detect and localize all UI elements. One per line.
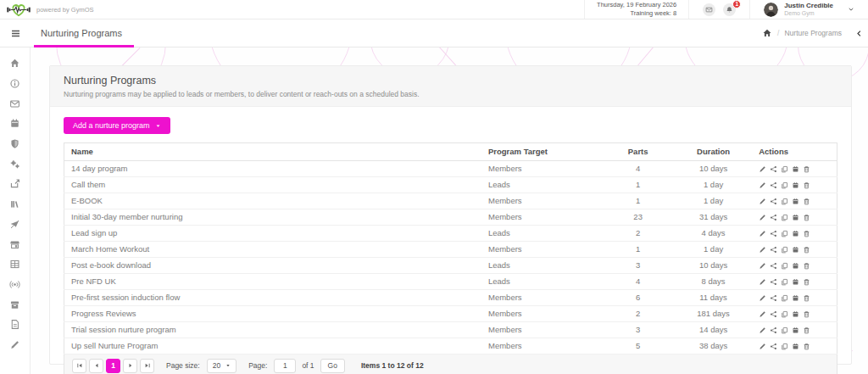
edit-icon[interactable] [759, 214, 766, 221]
calendar-icon[interactable] [792, 214, 799, 221]
sidebar-item-document[interactable] [0, 315, 30, 335]
edit-icon[interactable] [759, 294, 766, 302]
share-icon[interactable] [770, 198, 777, 205]
share-icon[interactable] [770, 230, 777, 237]
card-header: Nurturing Programs Nurturing programs ma… [50, 66, 851, 107]
share-icon[interactable] [770, 294, 777, 302]
calendar-icon[interactable] [792, 230, 799, 237]
last-page-button[interactable] [140, 359, 154, 373]
edit-icon[interactable] [759, 310, 766, 318]
copy-icon[interactable] [781, 294, 788, 302]
copy-icon[interactable] [781, 310, 788, 318]
add-nurture-program-button[interactable]: Add a nurture program [64, 117, 170, 134]
share-icon[interactable] [770, 262, 777, 270]
delete-icon[interactable] [803, 214, 810, 221]
edit-icon[interactable] [759, 198, 766, 205]
edit-icon[interactable] [759, 327, 766, 334]
edit-icon[interactable] [759, 181, 766, 189]
delete-icon[interactable] [803, 230, 810, 237]
sidebar-item-info[interactable] [0, 74, 30, 94]
sidebar-item-mail[interactable] [0, 93, 30, 114]
edit-icon[interactable] [759, 262, 766, 270]
delete-icon[interactable] [803, 262, 810, 270]
copy-icon[interactable] [781, 181, 788, 189]
share-icon[interactable] [770, 181, 777, 189]
calendar-icon[interactable] [792, 246, 799, 254]
share-icon[interactable] [770, 310, 777, 318]
edit-icon[interactable] [759, 278, 766, 286]
delete-icon[interactable] [803, 294, 810, 302]
copy-icon[interactable] [781, 246, 788, 254]
share-icon[interactable] [770, 278, 777, 286]
next-page-button[interactable] [123, 359, 137, 373]
cell-name: Call them [64, 177, 481, 193]
sidebar-item-home[interactable] [0, 53, 30, 74]
calendar-icon[interactable] [792, 278, 799, 286]
delete-icon[interactable] [803, 246, 810, 254]
copy-icon[interactable] [781, 198, 788, 205]
delete-icon[interactable] [803, 327, 810, 334]
cell-duration: 8 days [675, 274, 752, 290]
page-title-tab[interactable]: Nurturing Programs [34, 20, 134, 47]
sidebar-item-shield[interactable] [0, 134, 30, 154]
edit-icon[interactable] [759, 165, 766, 173]
sidebar-item-export[interactable] [0, 174, 30, 194]
chevron-left-icon[interactable] [855, 30, 863, 37]
mail-icon [9, 98, 20, 109]
delete-icon[interactable] [803, 278, 810, 286]
copy-icon[interactable] [781, 214, 788, 221]
delete-icon[interactable] [803, 165, 810, 173]
share-icon[interactable] [770, 246, 777, 254]
cell-name: Pre NFD UK [64, 274, 481, 290]
notifications-button[interactable]: 1 [723, 3, 736, 16]
copy-icon[interactable] [781, 165, 788, 173]
sidebar-item-library[interactable] [0, 194, 30, 215]
column-header-duration: Duration [675, 143, 752, 161]
edit-icon[interactable] [759, 230, 766, 237]
calendar-icon[interactable] [792, 343, 799, 350]
delete-icon[interactable] [803, 181, 810, 189]
calendar-icon[interactable] [792, 310, 799, 318]
share-icon[interactable] [770, 343, 777, 350]
first-page-button[interactable] [72, 359, 86, 373]
page-size-select[interactable]: 20 [207, 359, 236, 373]
current-page-button[interactable]: 1 [106, 359, 120, 373]
copy-icon[interactable] [781, 327, 788, 334]
delete-icon[interactable] [803, 310, 810, 318]
program-table-body: 14 day programMembers410 daysCall themLe… [64, 161, 837, 354]
copy-icon[interactable] [781, 230, 788, 237]
breadcrumb-home-icon[interactable] [762, 28, 772, 38]
cell-name: Up sell Nurture Program [64, 338, 481, 354]
messages-button[interactable] [703, 3, 715, 16]
calendar-icon[interactable] [792, 294, 799, 302]
sidebar-item-archive[interactable] [0, 294, 30, 315]
calendar-icon[interactable] [792, 181, 799, 189]
copy-icon[interactable] [781, 278, 788, 286]
user-menu[interactable]: Justin Credible Demo Gym [749, 0, 868, 19]
edit-icon[interactable] [759, 343, 766, 350]
copy-icon[interactable] [781, 262, 788, 270]
calendar-icon[interactable] [792, 327, 799, 334]
sidebar-item-send-slash[interactable] [0, 215, 30, 235]
copy-icon[interactable] [781, 343, 788, 350]
edit-icon[interactable] [759, 246, 766, 254]
delete-icon[interactable] [803, 343, 810, 350]
calendar-icon[interactable] [792, 165, 799, 173]
share-icon[interactable] [770, 165, 777, 173]
sidebar-item-table[interactable] [0, 254, 30, 275]
share-icon[interactable] [770, 214, 777, 221]
sidebar-item-pencil[interactable] [0, 335, 30, 355]
info-icon [9, 78, 20, 89]
sidebar-item-store[interactable] [0, 234, 30, 254]
sidebar-item-calendar[interactable] [0, 114, 30, 134]
sidebar-item-settings[interactable] [0, 154, 30, 174]
previous-page-button[interactable] [89, 359, 103, 373]
menu-icon[interactable] [0, 20, 31, 47]
share-icon[interactable] [770, 327, 777, 334]
calendar-icon[interactable] [792, 198, 799, 205]
page-number-input[interactable] [274, 359, 296, 373]
calendar-icon[interactable] [792, 262, 799, 270]
go-button[interactable]: Go [320, 359, 345, 373]
sidebar-item-broadcast[interactable] [0, 275, 30, 295]
delete-icon[interactable] [803, 198, 810, 205]
